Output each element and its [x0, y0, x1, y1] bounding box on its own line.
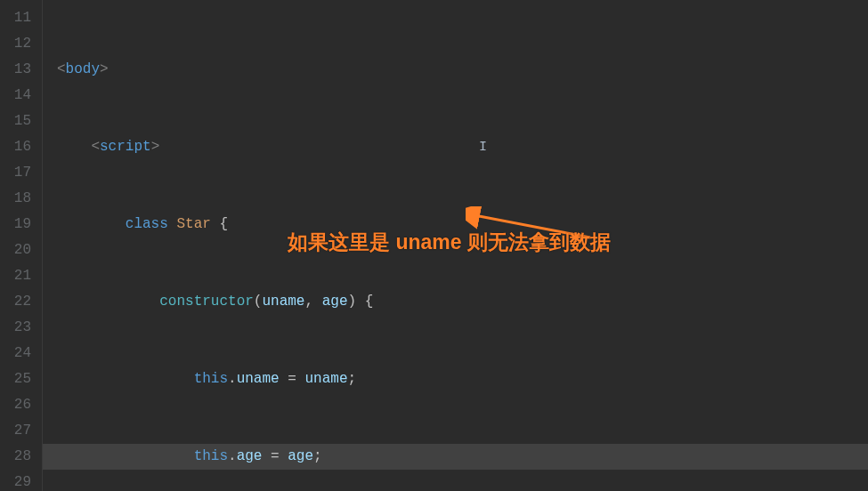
line-number: 13 — [7, 57, 31, 83]
line-number: 27 — [7, 418, 31, 444]
code-line: class Star { — [43, 212, 868, 237]
line-number: 16 — [7, 134, 31, 160]
line-number-gutter: 11121314151617181920212223242526272829 — [0, 0, 43, 491]
line-number: 20 — [7, 237, 31, 263]
line-number: 17 — [7, 160, 31, 186]
code-line: this.uname = uname; — [43, 366, 868, 392]
line-number: 15 — [7, 109, 31, 134]
line-number: 21 — [7, 263, 31, 289]
line-number: 29 — [7, 470, 31, 491]
line-number: 25 — [7, 366, 31, 392]
code-line-active: this.age = age; — [43, 444, 868, 470]
line-number: 19 — [7, 212, 31, 237]
line-number: 12 — [7, 31, 31, 57]
code-editor[interactable]: <body> <script> class Star { constructor… — [43, 0, 868, 491]
line-number: 23 — [7, 315, 31, 341]
line-number: 11 — [7, 5, 31, 31]
code-line: <body> — [43, 57, 868, 83]
code-line: constructor(uname, age) { — [43, 289, 868, 315]
line-number: 22 — [7, 289, 31, 315]
line-number: 18 — [7, 186, 31, 212]
line-number: 24 — [7, 341, 31, 366]
code-line: <script> — [43, 134, 868, 160]
line-number: 14 — [7, 83, 31, 109]
line-number: 28 — [7, 444, 31, 470]
line-number: 26 — [7, 392, 31, 418]
